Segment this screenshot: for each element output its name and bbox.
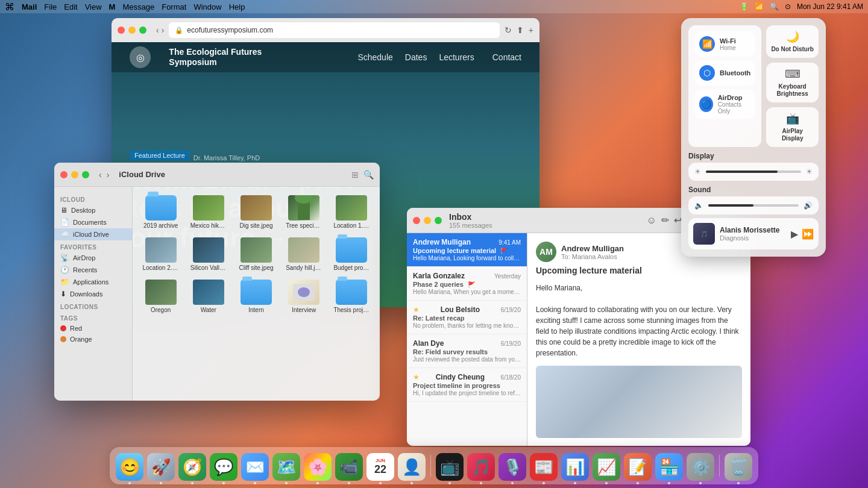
cc-keyboard-tile[interactable]: ⌨ Keyboard Brightness <box>766 63 819 102</box>
maximize-button[interactable] <box>139 27 146 34</box>
dock-podcasts[interactable]: 🎙️ <box>498 453 526 481</box>
sidebar-item-icloud-drive[interactable]: ☁️ iCloud Drive <box>54 228 132 240</box>
dock-music[interactable]: 🎵 <box>467 453 495 481</box>
cc-bluetooth-tile[interactable]: ⬡ Bluetooth <box>694 60 755 86</box>
share-button[interactable]: ⬆ <box>517 25 524 35</box>
fast-forward-button[interactable]: ⏩ <box>802 228 814 240</box>
control-center-icon[interactable]: ⊙ <box>785 2 791 11</box>
reload-button[interactable]: ↻ <box>505 25 512 35</box>
nav-contact[interactable]: Contact <box>492 52 521 62</box>
list-item[interactable]: Thesis project <box>330 277 374 316</box>
dock-appstore[interactable]: 🏪 <box>655 453 683 481</box>
mail-item[interactable]: ★ Cindy Cheung 6/18/20 Project timeline … <box>407 368 527 402</box>
dock-mail[interactable]: ✉️ <box>241 453 269 481</box>
dock-maps[interactable]: 🗺️ <box>272 453 300 481</box>
dock-keynote[interactable]: 📊 <box>561 453 589 481</box>
sidebar-item-documents[interactable]: 📄 Documents <box>54 216 132 228</box>
dock-pages[interactable]: 📝 <box>624 453 652 481</box>
list-item[interactable]: Sandy hill.jpeg <box>282 235 326 274</box>
mail-item[interactable]: ★ Lou Belsito 6/19/20 Re: Latest recap N… <box>407 301 527 334</box>
list-item[interactable]: Mexico hike.jpeg <box>186 193 230 231</box>
cc-airplay-tile[interactable]: 📺 AirPlay Display <box>766 107 819 147</box>
mail-maximize[interactable] <box>435 217 442 224</box>
dock-contacts[interactable]: 👤 <box>398 453 426 481</box>
file-name: Mexico hike.jpeg <box>190 222 227 229</box>
back-button[interactable]: ‹ <box>156 25 159 35</box>
sidebar-item-tag-red[interactable]: Red <box>54 323 132 334</box>
list-item[interactable]: Cliff site.jpeg <box>234 235 278 274</box>
list-item[interactable]: Tree specimen.jpeg <box>282 193 326 231</box>
list-item[interactable]: Oregon <box>139 277 183 316</box>
cc-wifi-tile[interactable]: 📶 Wi-Fi Home <box>694 31 755 57</box>
cc-airdrop-tile[interactable]: 🔵 AirDrop Contacts Only <box>694 89 755 119</box>
m-menu[interactable]: M <box>109 2 116 11</box>
forward-button[interactable]: › <box>162 25 165 35</box>
list-item[interactable]: Budget proposals <box>330 235 374 274</box>
sidebar-item-downloads[interactable]: ⬇ Downloads <box>54 288 132 300</box>
cc-sound-slider[interactable]: 🔈 🔊 <box>688 196 819 214</box>
dock-appletv[interactable]: 📺 <box>436 453 464 481</box>
cc-display-slider[interactable]: ☀ ☀ <box>688 163 819 181</box>
play-button[interactable]: ▶ <box>791 228 798 240</box>
brightness-slider[interactable] <box>706 170 801 173</box>
minimize-button[interactable] <box>128 27 136 34</box>
mail-item[interactable]: Karla Gonzalez Yesterday Phase 2 queries… <box>407 267 527 301</box>
mail-close[interactable] <box>413 217 420 224</box>
dock-messages[interactable]: 💬 <box>210 453 237 481</box>
mail-item[interactable]: Andrew Mulligan 9:41 AM Upcoming lecture… <box>407 233 527 267</box>
list-item[interactable]: Dig site.jpeg <box>234 193 278 231</box>
nav-dates[interactable]: Dates <box>405 52 427 62</box>
list-item[interactable]: 2019 archive <box>139 193 183 231</box>
dock-settings[interactable]: ⚙️ <box>687 453 714 481</box>
finder-back[interactable]: ‹ <box>99 170 102 180</box>
sidebar-item-applications[interactable]: 📁 Applications <box>54 276 132 288</box>
dock-finder[interactable]: 😊 <box>116 453 143 481</box>
edit-menu[interactable]: Edit <box>64 2 77 11</box>
sidebar-item-airdrop[interactable]: 📡 AirDrop <box>54 252 132 264</box>
sidebar-item-desktop[interactable]: 🖥 Desktop <box>54 204 132 216</box>
window-menu[interactable]: Window <box>193 2 221 11</box>
dock-safari[interactable]: 🧭 <box>178 453 206 481</box>
apple-menu[interactable]: ⌘ <box>5 1 14 13</box>
cc-dnd-tile[interactable]: 🌙 Do Not Disturb <box>766 25 819 58</box>
dock-numbers[interactable]: 📈 <box>593 453 620 481</box>
list-item[interactable]: Silicon Valley.gif <box>186 235 230 274</box>
view-menu[interactable]: View <box>85 2 102 11</box>
list-item[interactable]: Location 2.jpeg <box>139 235 183 274</box>
finder-minimize[interactable] <box>71 171 78 178</box>
list-item[interactable]: Location 1.jpeg <box>330 193 374 231</box>
emoji-button[interactable]: ☺ <box>647 215 656 226</box>
dock-facetime[interactable]: 📹 <box>335 453 363 481</box>
url-bar[interactable]: 🔒 ecofuturessymposium.com <box>169 22 499 38</box>
help-menu[interactable]: Help <box>229 2 245 11</box>
app-menu[interactable]: Mail <box>22 2 37 11</box>
dock-trash[interactable]: 🗑️ <box>725 453 752 481</box>
nav-lecturers[interactable]: Lecturers <box>439 52 474 62</box>
finder-view-toggle[interactable]: ⊞ <box>351 170 359 180</box>
compose-button[interactable]: ✏ <box>661 214 669 226</box>
sidebar-item-recents[interactable]: 🕐 Recents <box>54 264 132 276</box>
dock-news[interactable]: 📰 <box>530 453 558 481</box>
dock-launchpad[interactable]: 🚀 <box>147 453 175 481</box>
add-tab-button[interactable]: + <box>529 25 533 35</box>
finder-close[interactable] <box>60 171 68 178</box>
dock-photos[interactable]: 🌸 <box>304 453 332 481</box>
file-menu[interactable]: File <box>44 2 57 11</box>
close-button[interactable] <box>118 27 125 34</box>
dock-calendar[interactable]: JUN 22 <box>366 453 394 481</box>
mail-subject: Re: Latest recap <box>413 314 521 322</box>
finder-forward[interactable]: › <box>107 170 110 180</box>
list-item[interactable]: Interview <box>282 277 326 316</box>
sidebar-item-tag-orange[interactable]: Orange <box>54 334 132 345</box>
message-menu[interactable]: Message <box>122 2 154 11</box>
mail-item[interactable]: Alan Dye 6/19/20 Re: Field survey result… <box>407 334 527 368</box>
nav-schedule[interactable]: Schedule <box>357 52 392 62</box>
list-item[interactable]: Water <box>186 277 230 316</box>
volume-slider[interactable] <box>708 204 799 207</box>
list-item[interactable]: Intern <box>234 277 278 316</box>
finder-maximize[interactable] <box>82 171 89 178</box>
search-icon[interactable]: 🔍 <box>770 2 779 11</box>
mail-minimize[interactable] <box>424 217 431 224</box>
finder-search[interactable]: 🔍 <box>363 170 374 180</box>
format-menu[interactable]: Format <box>162 2 186 11</box>
